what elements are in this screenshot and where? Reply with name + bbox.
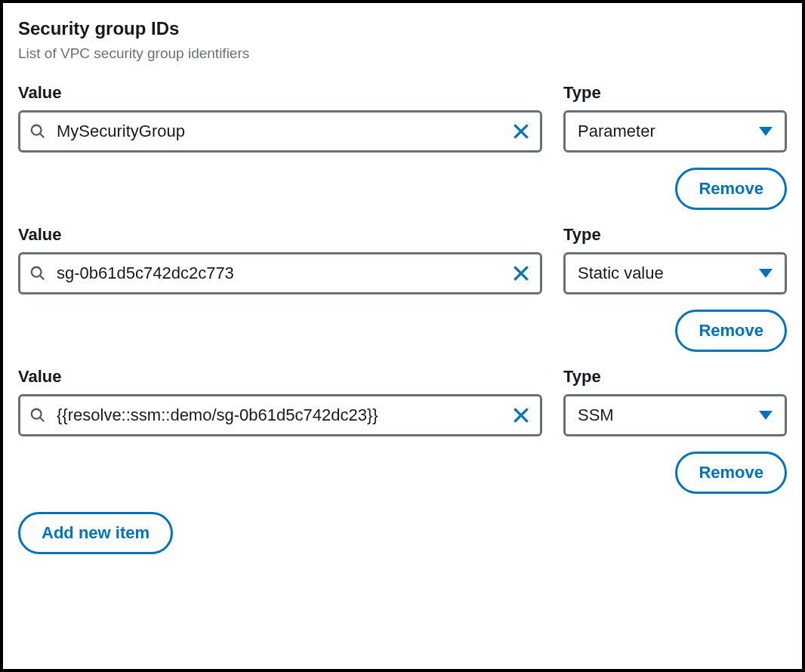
type-column: Type Parameter — [563, 83, 787, 153]
value-input-wrapper[interactable] — [18, 110, 542, 153]
value-column: Value — [18, 225, 542, 294]
svg-line-5 — [40, 276, 45, 280]
value-label: Value — [18, 367, 542, 387]
remove-button[interactable]: Remove — [675, 168, 787, 210]
value-input[interactable] — [57, 122, 505, 141]
value-label: Value — [18, 83, 542, 103]
svg-point-4 — [32, 267, 42, 277]
type-column: Type SSM — [563, 367, 787, 436]
caret-down-icon — [759, 269, 773, 278]
remove-button[interactable]: Remove — [675, 452, 787, 494]
field-row: Value Type Static value — [18, 225, 787, 294]
type-select-value: Static value — [578, 264, 664, 283]
section-title: Security group IDs — [18, 18, 787, 39]
clear-icon[interactable] — [511, 405, 531, 425]
svg-point-0 — [32, 125, 42, 135]
type-select-value: Parameter — [578, 122, 655, 141]
row-group: Value Type Static value — [18, 225, 787, 352]
value-column: Value — [18, 367, 542, 436]
value-input[interactable] — [57, 264, 505, 283]
field-row: Value Type SSM — [18, 367, 787, 436]
search-icon — [29, 265, 46, 282]
remove-row: Remove — [18, 168, 787, 210]
search-icon — [29, 123, 46, 140]
type-label: Type — [563, 83, 787, 103]
value-input[interactable] — [57, 405, 505, 425]
caret-down-icon — [759, 127, 773, 136]
clear-icon[interactable] — [511, 122, 531, 141]
caret-down-icon — [759, 411, 773, 420]
type-select[interactable]: SSM — [563, 394, 787, 436]
security-group-ids-panel: Security group IDs List of VPC security … — [0, 0, 805, 672]
type-select[interactable]: Static value — [563, 252, 787, 294]
type-label: Type — [563, 225, 787, 245]
add-new-item-button[interactable]: Add new item — [18, 512, 173, 554]
type-label: Type — [563, 367, 787, 387]
search-icon — [29, 407, 46, 424]
section-description: List of VPC security group identifiers — [18, 45, 787, 62]
value-label: Value — [18, 225, 542, 245]
row-group: Value Type SSM — [18, 367, 787, 494]
value-input-wrapper[interactable] — [18, 252, 542, 294]
type-select[interactable]: Parameter — [563, 110, 787, 153]
svg-line-9 — [40, 418, 45, 422]
svg-line-1 — [40, 134, 45, 138]
remove-row: Remove — [18, 452, 787, 494]
remove-row: Remove — [18, 310, 787, 352]
remove-button[interactable]: Remove — [675, 310, 787, 352]
svg-point-8 — [32, 409, 42, 419]
clear-icon[interactable] — [511, 264, 531, 283]
row-group: Value Type Parameter — [18, 83, 787, 210]
add-row: Add new item — [18, 512, 787, 554]
type-select-value: SSM — [578, 405, 614, 425]
type-column: Type Static value — [563, 225, 787, 294]
field-row: Value Type Parameter — [18, 83, 787, 153]
value-input-wrapper[interactable] — [18, 394, 542, 436]
value-column: Value — [18, 83, 542, 153]
